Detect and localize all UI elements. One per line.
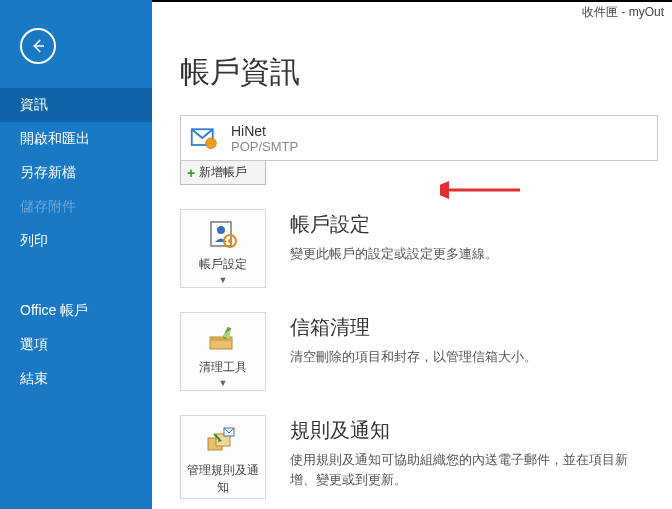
nav-item-save-as[interactable]: 另存新檔	[1, 156, 152, 190]
section-desc: 清空刪除的項目和封存，以管理信箱大小。	[290, 347, 537, 367]
main-panel: 帳戶資訊 HiNet POP/SMTP + 新增帳戶	[152, 1, 672, 509]
nav-item-open-export[interactable]: 開啟和匯出	[1, 122, 152, 156]
backstage-sidebar: 資訊 開啟和匯出 另存新檔 儲存附件 列印 Office 帳戶 選項 結束	[1, 1, 152, 509]
add-account-label: 新增帳戶	[199, 164, 247, 181]
chevron-down-icon: ▼	[185, 275, 261, 285]
back-button[interactable]	[20, 28, 56, 64]
annotation-arrow-icon	[440, 180, 530, 200]
nav-item-print[interactable]: 列印	[1, 224, 152, 258]
tile-account-settings[interactable]: 帳戶設定 ▼	[180, 209, 266, 288]
account-text: HiNet POP/SMTP	[231, 123, 298, 154]
tile-label: 清理工具	[185, 359, 261, 376]
account-protocol: POP/SMTP	[231, 139, 298, 154]
rules-alerts-icon	[185, 424, 261, 458]
page-title: 帳戶資訊	[180, 52, 672, 93]
account-selector[interactable]: HiNet POP/SMTP	[180, 115, 658, 161]
nav-item-office-account[interactable]: Office 帳戶	[1, 294, 152, 328]
tile-cleanup-tools[interactable]: 清理工具 ▼	[180, 312, 266, 391]
add-account-button[interactable]: + 新增帳戶	[180, 161, 266, 185]
nav-item-save-attachment: 儲存附件	[1, 190, 152, 224]
tile-rules-alerts[interactable]: 管理規則及通知	[180, 415, 266, 499]
section-mailbox-cleanup: 清理工具 ▼ 信箱清理 清空刪除的項目和封存，以管理信箱大小。	[180, 312, 672, 391]
svg-point-6	[228, 239, 232, 243]
section-rules-alerts: 管理規則及通知 規則及通知 使用規則及通知可協助組織您的內送電子郵件，並在項目新…	[180, 415, 672, 499]
account-icon	[189, 123, 219, 153]
section-title: 信箱清理	[290, 314, 537, 341]
section-desc: 使用規則及通知可協助組織您的內送電子郵件，並在項目新增、變更或到更新。	[290, 450, 650, 489]
section-title: 帳戶設定	[290, 211, 498, 238]
section-account-settings: 帳戶設定 ▼ 帳戶設定 變更此帳戶的設定或設定更多連線。	[180, 209, 672, 288]
tile-label: 帳戶設定	[185, 256, 261, 273]
account-settings-icon	[185, 218, 261, 252]
arrow-left-icon	[29, 37, 47, 55]
chevron-down-icon: ▼	[185, 378, 261, 388]
section-title: 規則及通知	[290, 417, 650, 444]
nav-item-exit[interactable]: 結束	[1, 362, 152, 396]
account-name: HiNet	[231, 123, 298, 139]
plus-icon: +	[187, 166, 195, 180]
svg-point-1	[206, 138, 217, 149]
svg-point-4	[217, 226, 225, 234]
nav-item-options[interactable]: 選項	[1, 328, 152, 362]
tile-label: 管理規則及通知	[185, 462, 261, 496]
cleanup-tools-icon	[185, 321, 261, 355]
nav-item-info[interactable]: 資訊	[1, 88, 152, 122]
nav-upper: 資訊 開啟和匯出 另存新檔 儲存附件 列印 Office 帳戶 選項 結束	[1, 88, 152, 396]
section-desc: 變更此帳戶的設定或設定更多連線。	[290, 244, 498, 264]
